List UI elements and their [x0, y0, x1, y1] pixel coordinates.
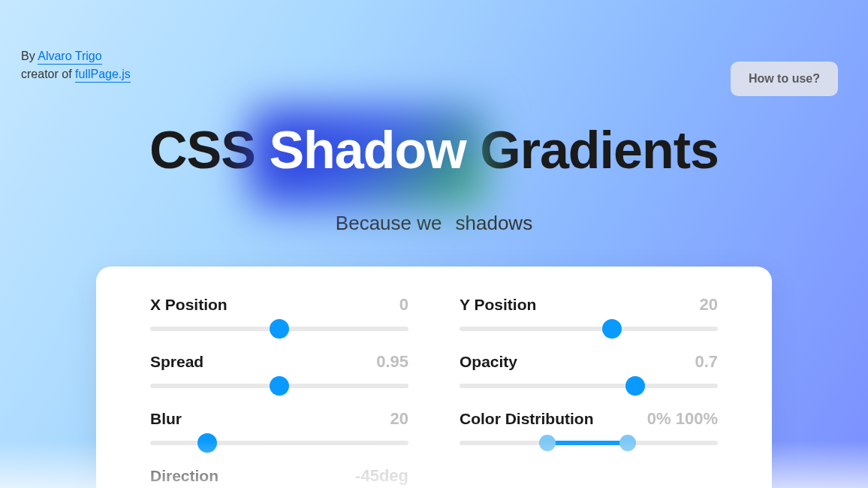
- blur-slider[interactable]: [150, 441, 408, 445]
- header-attribution: By Alvaro Trigo creator of fullPage.js: [21, 50, 131, 86]
- control-x-position: X Position 0: [150, 295, 408, 331]
- x-position-slider[interactable]: [150, 327, 408, 331]
- color-distribution-slider[interactable]: [460, 441, 718, 445]
- direction-value: -45deg: [355, 466, 408, 486]
- by-label: By: [21, 50, 35, 62]
- color-distribution-label: Color Distribution: [460, 410, 593, 428]
- title-part2: Shadow: [269, 121, 466, 179]
- x-position-value: 0: [399, 295, 408, 315]
- control-blur: Blur 20: [150, 409, 408, 445]
- blur-thumb[interactable]: [197, 433, 217, 453]
- project-link[interactable]: fullPage.js: [75, 68, 131, 83]
- y-position-label: Y Position: [460, 296, 536, 314]
- opacity-value: 0.7: [695, 352, 718, 372]
- control-spread: Spread 0.95: [150, 352, 408, 388]
- opacity-thumb[interactable]: [625, 376, 645, 396]
- y-position-slider[interactable]: [460, 327, 718, 331]
- title-part3: Gradients: [466, 121, 719, 179]
- blur-value: 20: [390, 409, 408, 429]
- color-distribution-thumb-high[interactable]: [619, 435, 636, 451]
- subtitle-part2: shadows: [456, 212, 533, 234]
- color-distribution-value: 0% 100%: [647, 409, 718, 429]
- x-position-label: X Position: [150, 296, 228, 314]
- subtitle-part1: Because we: [336, 212, 442, 234]
- control-direction: Direction -45deg: [150, 466, 408, 488]
- x-position-thumb[interactable]: [270, 319, 289, 339]
- control-y-position: Y Position 20: [460, 295, 718, 331]
- how-to-use-button[interactable]: How to use?: [731, 62, 838, 96]
- subtitle: Because weshadows: [0, 212, 868, 235]
- spread-label: Spread: [150, 353, 203, 371]
- opacity-slider[interactable]: [460, 384, 718, 388]
- y-position-value: 20: [700, 295, 718, 315]
- spread-thumb[interactable]: [270, 376, 289, 396]
- blur-label: Blur: [150, 410, 182, 428]
- author-link[interactable]: Alvaro Trigo: [38, 50, 101, 65]
- creator-label: creator of: [21, 68, 72, 80]
- control-opacity: Opacity 0.7: [460, 352, 718, 388]
- controls-panel: X Position 0 Y Position 20 Spread 0.95 O…: [96, 267, 772, 488]
- y-position-thumb[interactable]: [602, 319, 622, 339]
- page-title: CSS Shadow Gradients: [149, 120, 719, 180]
- hero-section: CSS Shadow Gradients Because weshadows: [0, 120, 868, 235]
- direction-label: Direction: [150, 467, 219, 485]
- spread-slider[interactable]: [150, 384, 408, 388]
- color-distribution-fill: [547, 441, 628, 445]
- opacity-label: Opacity: [460, 353, 517, 371]
- color-distribution-thumb-low[interactable]: [539, 435, 556, 451]
- spread-value: 0.95: [376, 352, 408, 372]
- control-color-distribution: Color Distribution 0% 100%: [460, 409, 718, 445]
